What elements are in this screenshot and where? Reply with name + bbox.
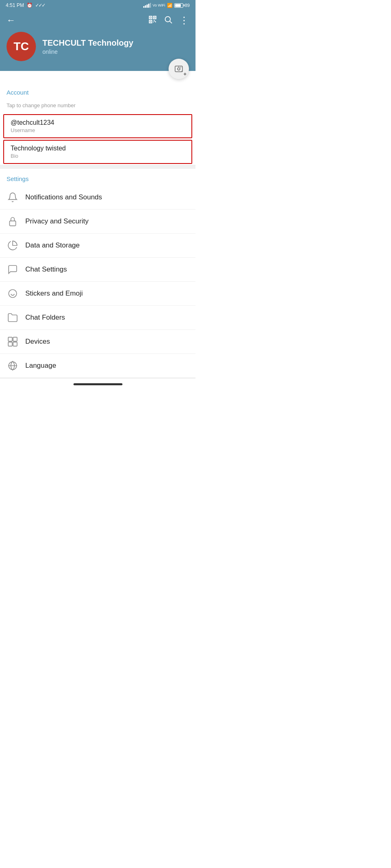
- svg-rect-8: [175, 66, 182, 72]
- battery-icon: [174, 3, 183, 8]
- profile-info: TECHCULT Technology online: [42, 38, 189, 55]
- avatar-text: TC: [13, 40, 29, 53]
- nav-right: ⋮: [148, 15, 189, 26]
- add-photo-icon: [174, 64, 184, 74]
- pie-chart-icon: [7, 239, 19, 252]
- avatar: TC: [7, 32, 36, 61]
- menu-label-notifications: Notifications and Sounds: [25, 193, 102, 201]
- signal-icon: [143, 3, 151, 8]
- phone-hint: Tap to change phone number: [0, 99, 196, 113]
- menu-item-devices[interactable]: Devices: [0, 330, 196, 354]
- bio-field[interactable]: Technology twisted Bio: [3, 140, 192, 164]
- menu-label-folders: Chat Folders: [25, 314, 65, 322]
- menu-item-privacy[interactable]: Privacy and Security: [0, 210, 196, 234]
- top-navigation: ← ⋮: [0, 11, 196, 32]
- lock-icon: [7, 215, 19, 227]
- menu-label-data: Data and Storage: [25, 241, 80, 250]
- svg-point-9: [178, 68, 180, 70]
- settings-label: Settings: [0, 170, 196, 186]
- menu-item-language[interactable]: Language: [0, 354, 196, 378]
- vo-wifi-label: Vo WiFi: [153, 4, 165, 7]
- qr-code-icon[interactable]: [148, 15, 157, 26]
- profile-name: TECHCULT Technology: [42, 38, 189, 48]
- menu-item-folders[interactable]: Chat Folders: [0, 306, 196, 330]
- svg-rect-16: [13, 337, 17, 341]
- svg-rect-4: [154, 17, 156, 18]
- menu-item-stickers[interactable]: Stickers and Emoji: [0, 282, 196, 306]
- profile-status: online: [42, 49, 189, 55]
- nav-left: ←: [7, 15, 16, 26]
- menu-item-notifications[interactable]: Notifications and Sounds: [0, 186, 196, 210]
- status-bar-left: 4:51 PM ⏰ ✓✓✓: [6, 2, 45, 8]
- settings-section: Settings Notifications and Sounds Privac…: [0, 169, 196, 378]
- svg-point-14: [9, 289, 17, 298]
- username-label: Username: [11, 127, 185, 133]
- account-label: Account: [0, 84, 196, 99]
- svg-rect-13: [9, 221, 16, 226]
- back-button[interactable]: ←: [7, 15, 16, 26]
- svg-line-7: [170, 21, 172, 23]
- menu-label-privacy: Privacy and Security: [25, 217, 89, 225]
- menu-label-chat-settings: Chat Settings: [25, 265, 67, 274]
- account-section: Account Tap to change phone number @tech…: [0, 71, 196, 164]
- check-icons: ✓✓✓: [35, 2, 45, 8]
- add-photo-button[interactable]: +: [169, 59, 189, 79]
- chat-icon: [7, 263, 19, 276]
- sticker-icon: [7, 287, 19, 300]
- language-icon: [7, 360, 19, 372]
- svg-rect-17: [13, 342, 17, 346]
- battery-percent: 89: [185, 3, 190, 8]
- svg-rect-3: [150, 17, 151, 18]
- section-separator: [0, 165, 196, 169]
- devices-icon: [7, 336, 19, 348]
- menu-label-stickers: Stickers and Emoji: [25, 289, 83, 298]
- time-display: 4:51 PM: [6, 2, 24, 8]
- menu-item-chat-settings[interactable]: Chat Settings: [0, 258, 196, 282]
- bio-value: Technology twisted: [11, 145, 185, 152]
- status-bar-right: Vo WiFi 📶 89: [143, 3, 190, 8]
- more-options-icon[interactable]: ⋮: [179, 15, 189, 26]
- status-bar: 4:51 PM ⏰ ✓✓✓ Vo WiFi 📶 89: [0, 0, 196, 11]
- menu-item-data[interactable]: Data and Storage: [0, 234, 196, 258]
- profile-header: TC TECHCULT Technology online +: [0, 32, 196, 71]
- search-icon[interactable]: [164, 15, 173, 26]
- bio-label: Bio: [11, 153, 185, 159]
- wifi-icon: 📶: [167, 3, 173, 8]
- alarm-icon: ⏰: [27, 2, 33, 8]
- folder-icon: [7, 311, 19, 324]
- battery-fill: [175, 4, 181, 7]
- menu-label-devices: Devices: [25, 338, 50, 346]
- svg-rect-5: [150, 21, 151, 22]
- menu-label-language: Language: [25, 362, 56, 370]
- svg-point-6: [165, 16, 171, 22]
- username-value: @techcult1234: [11, 119, 185, 126]
- username-field[interactable]: @techcult1234 Username: [3, 114, 192, 138]
- home-indicator: [73, 383, 122, 385]
- svg-rect-15: [8, 342, 12, 346]
- bell-icon: [7, 191, 19, 203]
- svg-rect-18: [8, 337, 12, 341]
- bottom-bar: [0, 378, 196, 389]
